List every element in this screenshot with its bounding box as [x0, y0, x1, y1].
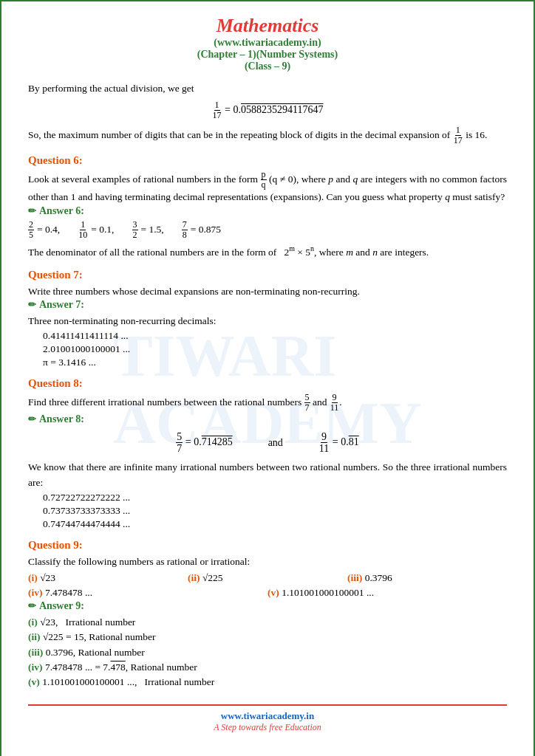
eq-8-2: 911 = 0.81 — [318, 431, 359, 455]
eq-8-1: 57 = 0.714285 — [176, 431, 232, 455]
question-7-title: Question 7: — [28, 269, 507, 281]
answer-8-title: ✏ Answer 8: — [28, 413, 507, 425]
answer-6-item-1: 25 = 0.4, — [28, 220, 60, 240]
q9-item-i: (i) √23 — [28, 572, 188, 584]
question-8-body: Find three different irrational numbers … — [28, 393, 507, 413]
answer-9-title: ✏ Answer 9: — [28, 600, 507, 612]
page-header: Mathematics (www.tiwariacademy.in) (Chap… — [28, 15, 507, 72]
answer-9-iii: (iii) 0.3796, Rational number — [28, 645, 507, 660]
fraction-1-17: 1 17 — [212, 100, 222, 120]
q9-item-iv: (iv) 7.478478 ... — [28, 587, 268, 599]
list-item: π = 3.1416 ... — [43, 357, 507, 368]
answer-6-text: The denominator of all the rational numb… — [28, 243, 507, 260]
list-item: 0.74744744474444 ... — [43, 518, 507, 530]
list-item: 2.01001000100001 ... — [43, 343, 507, 355]
answer-9-i: (i) √23, Irrational number — [28, 615, 507, 630]
answer-9-list: (i) √23, Irrational number (ii) √225 = 1… — [28, 615, 507, 690]
answer-icon-8: ✏ — [28, 413, 36, 425]
answer-9-ii: (ii) √225 = 15, Rational number — [28, 630, 507, 645]
page-title: Mathematics — [28, 15, 507, 37]
answer-7-intro: Three non-terminating non-recurring deci… — [28, 314, 507, 329]
list-item: 0.73733733373333 ... — [43, 505, 507, 517]
answer-icon-7: ✏ — [28, 299, 36, 311]
question-7-body: Write three numbers whose decimal expans… — [28, 284, 507, 299]
q9-item-v: (v) 1.101001000100001 ... — [268, 587, 507, 599]
answer-icon-6: ✏ — [28, 205, 36, 217]
question-8-title: Question 8: — [28, 377, 507, 390]
answer-7-title: ✏ Answer 7: — [28, 299, 507, 311]
answer-6-title: ✏ Answer 6: — [28, 205, 507, 217]
answer-8-list: 0.72722722272222 ... 0.73733733373333 ..… — [43, 492, 507, 530]
answer-6-item-3: 32 = 1.5, — [132, 220, 164, 240]
fraction-1-17-inline: 117 — [453, 126, 463, 145]
question-9-items-row2: (iv) 7.478478 ... (v) 1.101001000100001 … — [28, 587, 507, 599]
list-item: 0.41411411411114 ... — [43, 330, 507, 342]
intro-text1: By performing the actual division, we ge… — [28, 81, 507, 96]
question-9-items-row1: (i) √23 (ii) √225 (iii) 0.3796 — [28, 572, 507, 584]
footer-site: www.tiwariacademy.in — [28, 710, 507, 722]
answer-6-row: 25 = 0.4, 110 = 0.1, 32 = 1.5, 78 = 0.87… — [28, 220, 507, 240]
answer-6-item-2: 110 = 0.1, — [78, 220, 114, 240]
q9-item-ii: (ii) √225 — [188, 572, 347, 584]
answer-9-v: (v) 1.101001000100001 ..., Irrational nu… — [28, 675, 507, 690]
header-chapter: (Chapter – 1)(Number Systems) — [28, 49, 507, 61]
answer-8-equations: 57 = 0.714285 and 911 = 0.81 — [28, 431, 507, 455]
intro-equation: 1 17 = 0.0588235294117647 — [28, 100, 507, 120]
question-9-body: Classify the following numbers as ration… — [28, 554, 507, 569]
header-website: (www.tiwariacademy.in) — [28, 37, 507, 49]
answer-8-text: We know that there are infinite many irr… — [28, 460, 507, 490]
question-6-body: Look at several examples of rational num… — [28, 170, 507, 205]
intro-text2: So, the maximum number of digits that ca… — [28, 126, 507, 145]
page-footer: www.tiwariacademy.in A Step towards free… — [28, 704, 507, 733]
header-class: (Class – 9) — [28, 61, 507, 72]
footer-tagline: A Step towards free Education — [28, 722, 507, 733]
list-item: 0.72722722272222 ... — [43, 492, 507, 504]
answer-7-list: 0.41411411411114 ... 2.01001000100001 ..… — [43, 330, 507, 368]
answer-icon-9: ✏ — [28, 600, 36, 612]
answer-9-iv: (iv) 7.478478 ... = 7.478, Rational numb… — [28, 660, 507, 675]
q9-item-iii: (iii) 0.3796 — [347, 572, 507, 584]
question-9-title: Question 9: — [28, 539, 507, 551]
answer-6-item-4: 78 = 0.875 — [182, 220, 221, 240]
and-text: and — [268, 437, 283, 449]
question-6-title: Question 6: — [28, 154, 507, 167]
